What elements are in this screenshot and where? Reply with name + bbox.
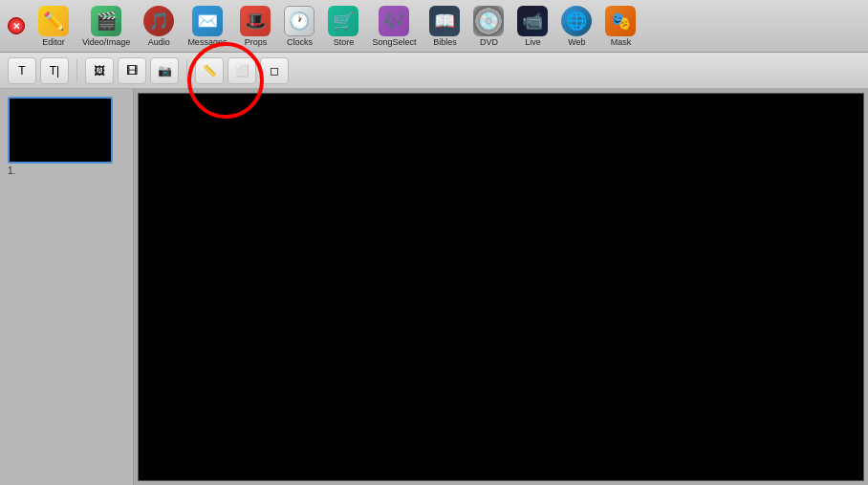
toolbar-item-mask[interactable]: 🎭Mask	[601, 4, 640, 49]
arrange2-btn[interactable]: ◻	[260, 57, 289, 84]
toolbar-item-store[interactable]: 🛒Store	[324, 4, 362, 49]
toolbar-item-label-props: Props	[245, 37, 268, 47]
props-icon: 🎩	[240, 6, 271, 36]
text-btn[interactable]: T	[8, 57, 36, 84]
store-icon: 🛒	[328, 6, 358, 36]
songselect-icon: 🎶	[379, 6, 409, 36]
film-btn[interactable]: 🎞	[118, 57, 146, 84]
dvd-icon: 💿	[473, 6, 504, 36]
toolbar-item-label-messages: Messages	[187, 37, 227, 47]
toolbar-item-label-clocks: Clocks	[287, 37, 313, 47]
editor-icon: ✏️	[38, 6, 69, 36]
slide-number: 1.	[8, 165, 125, 176]
main-area: 1.	[0, 89, 868, 485]
toolbar-item-web[interactable]: 🌐Web	[557, 4, 596, 49]
slide-thumbnail[interactable]	[8, 97, 113, 164]
sub-toolbar-sep2	[186, 59, 187, 82]
toolbar-item-label-bibles: Bibles	[433, 37, 457, 47]
main-toolbar: ✕ ✏️Editor🎬Video/Image🎵Audio✉️Messages🎩P…	[0, 0, 868, 53]
textstyle-btn[interactable]: T|	[40, 57, 69, 84]
toolbar-item-editor[interactable]: ✏️Editor	[34, 4, 73, 49]
toolbar-item-label-editor: Editor	[42, 37, 65, 47]
ruler-btn[interactable]: 📏	[195, 57, 224, 84]
toolbar-item-label-videoimage: Video/Image	[82, 37, 130, 47]
web-icon: 🌐	[561, 6, 592, 36]
toolbar-item-bibles[interactable]: 📖Bibles	[425, 4, 464, 49]
mask-icon: 🎭	[605, 6, 636, 36]
toolbar-item-label-store: Store	[334, 37, 355, 47]
close-button[interactable]: ✕	[8, 17, 25, 34]
live-icon: 📹	[517, 6, 548, 36]
messages-icon: ✉️	[192, 6, 223, 36]
toolbar-item-clocks[interactable]: 🕐Clocks	[280, 4, 318, 49]
camera-btn[interactable]: 📷	[150, 57, 179, 84]
toolbar-item-props[interactable]: 🎩Props	[236, 4, 274, 49]
toolbar-item-audio[interactable]: 🎵Audio	[140, 4, 178, 49]
toolbar-item-dvd[interactable]: 💿DVD	[469, 4, 508, 49]
image-btn[interactable]: 🖼	[85, 57, 114, 84]
canvas-area	[138, 93, 864, 481]
toolbar-item-label-audio: Audio	[148, 37, 170, 47]
slide-panel: 1.	[0, 89, 134, 485]
toolbar-item-label-dvd: DVD	[480, 37, 498, 47]
slide-container: 1.	[8, 97, 125, 176]
videoimage-icon: 🎬	[91, 6, 121, 36]
toolbar-item-label-web: Web	[568, 37, 585, 47]
toolbar-item-label-songselect: SongSelect	[372, 37, 416, 47]
toolbar-items: ✏️Editor🎬Video/Image🎵Audio✉️Messages🎩Pro…	[34, 4, 860, 49]
audio-icon: 🎵	[143, 6, 174, 36]
toolbar-item-label-mask: Mask	[611, 37, 632, 47]
arrange1-btn[interactable]: ⬜	[228, 57, 256, 84]
sub-toolbar: TT|🖼🎞📷📏⬜◻	[0, 53, 868, 89]
sub-toolbar-buttons: TT|🖼🎞📷📏⬜◻	[8, 57, 289, 84]
sub-toolbar-sep1	[76, 59, 77, 82]
toolbar-item-videoimage[interactable]: 🎬Video/Image	[78, 4, 134, 49]
clocks-icon: 🕐	[284, 6, 315, 36]
toolbar-item-live[interactable]: 📹Live	[513, 4, 552, 49]
toolbar-item-messages[interactable]: ✉️Messages	[184, 4, 230, 49]
toolbar-item-songselect[interactable]: 🎶SongSelect	[368, 4, 420, 49]
toolbar-item-label-live: Live	[525, 37, 541, 47]
bibles-icon: 📖	[429, 6, 460, 36]
